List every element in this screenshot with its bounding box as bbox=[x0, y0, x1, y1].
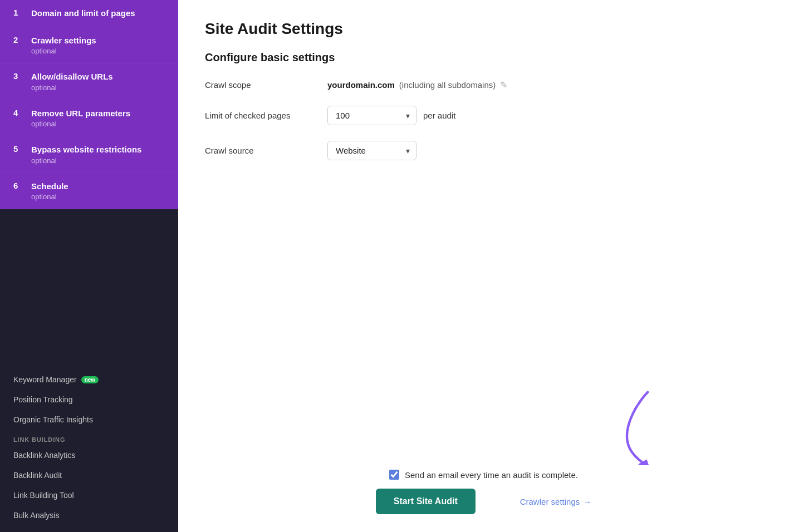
link-building-tool-label: Link Building Tool bbox=[13, 491, 74, 500]
per-audit-label: per audit bbox=[423, 111, 455, 120]
nav-item-1-number: 1 bbox=[13, 8, 24, 17]
sidebar-organic-traffic-label: Organic Traffic Insights bbox=[13, 415, 93, 424]
action-row: Start Site Audit Crawler settings → bbox=[205, 489, 762, 514]
backlink-audit-label: Backlink Audit bbox=[13, 471, 62, 480]
email-checkbox[interactable] bbox=[389, 470, 399, 480]
bottom-section: Send an email every time an audit is com… bbox=[205, 447, 762, 514]
limit-select-wrapper: 100 200 500 1000 5000 ▾ bbox=[327, 106, 416, 125]
sidebar-item-bypass[interactable]: 5 Bypass website restrictions optional bbox=[0, 136, 178, 173]
sidebar-item-backlink-analytics[interactable]: Backlink Analytics bbox=[0, 445, 178, 465]
nav-item-3-subtitle: optional bbox=[13, 83, 167, 92]
crawl-source-row: Crawl source Website Sitemap TXT list ▾ bbox=[205, 141, 762, 160]
nav-item-4-subtitle: optional bbox=[13, 120, 167, 128]
sidebar-item-organic-traffic[interactable]: Organic Traffic Insights bbox=[0, 410, 178, 430]
sidebar-item-keyword-manager[interactable]: Keyword Manager new bbox=[0, 370, 178, 390]
email-row: Send an email every time an audit is com… bbox=[389, 470, 578, 480]
bulk-analysis-label: Bulk Analysis bbox=[13, 511, 59, 520]
sidebar-item-crawler-settings[interactable]: 2 Crawler settings optional bbox=[0, 27, 178, 64]
crawl-scope-domain: yourdomain.com bbox=[327, 80, 395, 90]
crawl-source-label: Crawl source bbox=[205, 146, 327, 155]
nav-item-5-title: Bypass website restrictions bbox=[31, 144, 141, 155]
crawl-scope-value: yourdomain.com (including all subdomains… bbox=[327, 80, 507, 90]
nav-item-3-title: Allow/disallow URLs bbox=[31, 71, 113, 82]
nav-item-6-subtitle: optional bbox=[13, 193, 167, 201]
sidebar-item-position-tracking[interactable]: Position Tracking bbox=[0, 390, 178, 410]
settings-form: Crawl scope yourdomain.com (including al… bbox=[205, 80, 762, 160]
crawl-source-select-wrapper: Website Sitemap TXT list ▾ bbox=[327, 141, 416, 160]
sidebar-item-link-building-tool[interactable]: Link Building Tool bbox=[0, 485, 178, 505]
sidebar-item-bulk-analysis[interactable]: Bulk Analysis bbox=[0, 505, 178, 525]
crawl-scope-note: (including all subdomains) bbox=[399, 80, 496, 90]
limit-row: Limit of checked pages 100 200 500 1000 … bbox=[205, 106, 762, 125]
sidebar-lower: Keyword Manager new Position Tracking Or… bbox=[0, 363, 178, 532]
nav-item-2-title: Crawler settings bbox=[31, 35, 96, 46]
sidebar-item-domain[interactable]: 1 Domain and limit of pages bbox=[0, 0, 178, 27]
nav-section: 1 Domain and limit of pages 2 Crawler se… bbox=[0, 0, 178, 363]
nav-item-3-number: 3 bbox=[13, 71, 24, 81]
annotation-arrow-svg bbox=[600, 387, 667, 465]
new-badge: new bbox=[81, 376, 99, 383]
page-title: Site Audit Settings bbox=[205, 20, 762, 38]
nav-item-2-subtitle: optional bbox=[13, 47, 167, 55]
crawl-source-select[interactable]: Website Sitemap TXT list bbox=[327, 141, 416, 160]
crawl-scope-row: Crawl scope yourdomain.com (including al… bbox=[205, 80, 762, 90]
sidebar-item-schedule[interactable]: 6 Schedule optional bbox=[0, 173, 178, 210]
nav-item-4-title: Remove URL parameters bbox=[31, 108, 130, 119]
crawler-settings-link[interactable]: Crawler settings → bbox=[520, 497, 592, 506]
nav-item-4-number: 4 bbox=[13, 108, 24, 117]
nav-item-5-number: 5 bbox=[13, 144, 24, 154]
sidebar-item-remove-url[interactable]: 4 Remove URL parameters optional bbox=[0, 100, 178, 137]
nav-item-5-subtitle: optional bbox=[13, 156, 167, 165]
crawler-settings-arrow-icon: → bbox=[583, 497, 591, 506]
nav-item-1-title: Domain and limit of pages bbox=[31, 8, 135, 19]
link-building-section-label: LINK BUILDING bbox=[0, 430, 178, 445]
backlink-analytics-label: Backlink Analytics bbox=[13, 451, 75, 460]
nav-item-2-number: 2 bbox=[13, 35, 24, 45]
sidebar-item-backlink-audit[interactable]: Backlink Audit bbox=[0, 465, 178, 485]
crawler-settings-link-label: Crawler settings bbox=[520, 497, 580, 506]
sidebar-item-allow-disallow[interactable]: 3 Allow/disallow URLs optional bbox=[0, 63, 178, 100]
start-audit-button[interactable]: Start Site Audit bbox=[376, 489, 476, 514]
email-label: Send an email every time an audit is com… bbox=[405, 470, 578, 480]
main-content: Site Audit Settings Configure basic sett… bbox=[178, 0, 789, 532]
sidebar-keyword-manager-label: Keyword Manager bbox=[13, 375, 77, 384]
limit-label: Limit of checked pages bbox=[205, 111, 327, 120]
limit-select[interactable]: 100 200 500 1000 5000 bbox=[327, 106, 416, 125]
crawl-scope-label: Crawl scope bbox=[205, 80, 327, 90]
nav-item-6-title: Schedule bbox=[31, 181, 68, 192]
arrow-annotation bbox=[600, 387, 667, 465]
sidebar-position-tracking-label: Position Tracking bbox=[13, 395, 73, 404]
nav-item-6-number: 6 bbox=[13, 181, 24, 190]
sidebar: 1 Domain and limit of pages 2 Crawler se… bbox=[0, 0, 178, 532]
edit-icon[interactable]: ✎ bbox=[500, 80, 507, 90]
section-title: Configure basic settings bbox=[205, 51, 762, 64]
